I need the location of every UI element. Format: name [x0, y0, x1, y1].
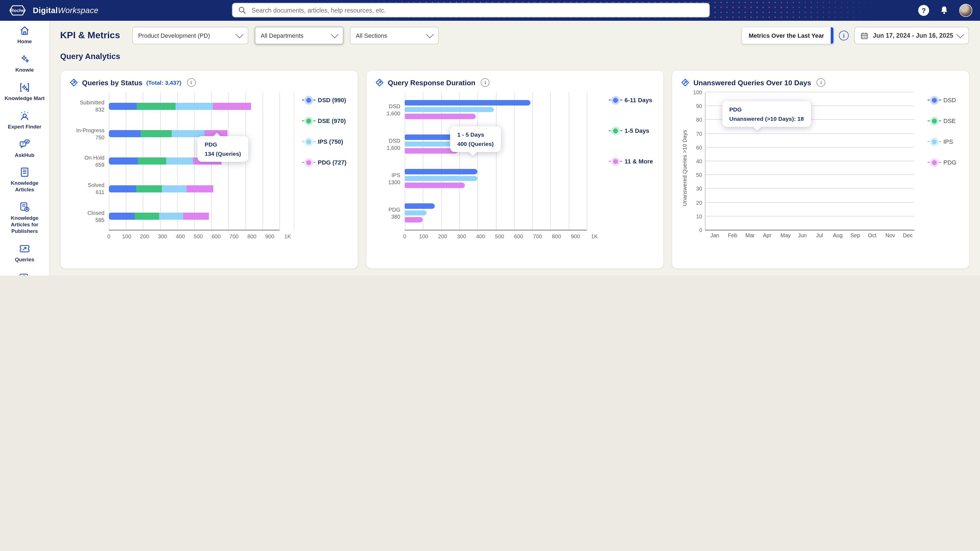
svg-text:Roche: Roche: [10, 8, 25, 13]
departments-dropdown[interactable]: All Departments: [255, 27, 343, 44]
knowledge-mart-icon: [19, 81, 30, 94]
bar-group: [405, 169, 587, 188]
metrics-period-tooltip: Metrics Over the Last Year: [742, 27, 834, 44]
sidebar-item-label: Knowledge Mart: [5, 95, 45, 102]
queries-ticket-icon: [19, 243, 30, 255]
chart-body: DSD1,600DSD1,600IPS1300PDG3801 - 5 Days4…: [375, 92, 655, 243]
chart-title: Query Response Duration: [388, 78, 476, 87]
chart-kite-icon: [681, 78, 690, 87]
chart-card-query-response-duration: Query Response DurationiDSD1,600DSD1,600…: [366, 70, 664, 269]
sidebar-item-knowledge-articles[interactable]: Knowledge Articles: [0, 163, 49, 198]
knowledge-articles-icon: [19, 167, 30, 178]
axis-category-labels: DSD1,600DSD1,600IPS1300PDG380: [375, 92, 405, 230]
top-navigation-bar: Roche DigitalWorkspace ?: [0, 0, 980, 21]
chart-kite-icon: [70, 78, 78, 87]
help-icon[interactable]: ?: [918, 5, 929, 16]
legend-dot-icon: [613, 159, 618, 164]
legend-item: PDG: [928, 159, 960, 166]
legend-item: DSE: [928, 118, 960, 124]
chart-plot-area: PDG134 (Queries): [109, 92, 280, 230]
chart-body: Submitted832In-Progress750On Hold659Solv…: [70, 92, 349, 243]
knowledge-articles-publishers-icon: [19, 201, 30, 213]
sections-dropdown[interactable]: All Sections: [350, 27, 438, 44]
legend-item: PDG (727): [302, 159, 349, 166]
app-root: Roche DigitalWorkspace ? HomeKnowieKnowl…: [0, 0, 980, 275]
legend-dot-icon: [932, 160, 937, 165]
chart-tooltip: 1 - 5 Days400 (Queries): [450, 126, 501, 152]
x-axis: 01002003004005006007008009001K: [405, 230, 595, 243]
legend-item: 11 & More: [609, 158, 655, 165]
chart-card-queries-by-status: Queries by Status(Total: 3,437)iSubmitte…: [60, 70, 358, 269]
sidebar-item-label: Home: [18, 38, 32, 45]
sidebar-item-home[interactable]: Home: [0, 21, 49, 49]
user-avatar[interactable]: [959, 4, 972, 17]
chevron-down-icon: [331, 30, 338, 38]
chart-legend: DSDDSEIPSPDG: [920, 92, 960, 243]
sidebar-item-queries-for-agent[interactable]: Queries for Agent: [0, 267, 49, 275]
legend-item: IPS: [928, 138, 960, 145]
askhub-chat-icon: ?: [19, 138, 30, 150]
stacked-bar: [109, 158, 280, 165]
legend-dot-icon: [306, 139, 311, 144]
organization-dropdown[interactable]: Product Development (PD): [132, 27, 248, 44]
legend-item: 6-11 Days: [609, 97, 655, 103]
info-icon[interactable]: i: [817, 78, 826, 87]
chart-legend: 6-11 Days1-5 Days11 & More: [601, 92, 655, 230]
notifications-bell-icon[interactable]: [939, 5, 950, 16]
chart-plot-area: 1 - 5 Days400 (Queries): [405, 92, 587, 230]
sidebar-item-label: Expert Finder: [8, 123, 41, 130]
chart-title: Unanswered Queries Over 10 Days: [694, 78, 811, 87]
app-title: DigitalWorkspace: [33, 6, 99, 15]
x-axis: 01002003004005006007008009001K: [109, 230, 288, 243]
sidebar-item-knowledge-articles-for-publishers[interactable]: Knowledge Articles for Publishers: [0, 197, 49, 238]
legend-item: DSD (990): [302, 97, 349, 103]
info-icon[interactable]: i: [839, 30, 849, 40]
legend-dot-icon: [306, 118, 311, 123]
chart-tooltip: PDG134 (Queries): [197, 136, 248, 162]
sidebar-item-knowledge-mart[interactable]: Knowledge Mart: [0, 78, 49, 106]
search-input[interactable]: [250, 6, 704, 14]
global-search[interactable]: [232, 3, 710, 17]
chart-tooltip: PDGUnanswered (>10 Days): 18: [722, 101, 811, 127]
date-range-picker[interactable]: Jun 17, 2024 - Jun 16, 2025: [854, 27, 969, 44]
axis-category-labels: Submitted832In-Progress750On Hold659Solv…: [70, 92, 109, 230]
chart-title-total: (Total: 3,437): [146, 79, 181, 86]
knowie-sparkles-icon: [19, 53, 30, 65]
sidebar-item-knowie[interactable]: Knowie: [0, 49, 49, 78]
legend-dot-icon: [932, 139, 937, 144]
legend-item: DSE (970): [302, 118, 349, 124]
chevron-down-icon: [426, 30, 433, 38]
section-title: Query Analytics: [49, 44, 980, 61]
legend-item: IPS (750): [302, 138, 349, 145]
sidebar-item-queries[interactable]: Queries: [0, 239, 49, 267]
legend-dot-icon: [932, 118, 937, 123]
info-icon[interactable]: i: [187, 78, 196, 87]
sidebar-item-expert-finder[interactable]: Expert Finder: [0, 106, 49, 134]
sidebar-item-label: Knowie: [15, 67, 34, 73]
page-title: KPI & Metrics: [60, 30, 120, 41]
info-icon[interactable]: i: [481, 78, 490, 87]
chevron-down-icon: [235, 30, 243, 38]
sidebar-item-label: Knowledge Articles: [2, 180, 47, 193]
sidebar-item-label: Queries: [15, 256, 35, 263]
search-icon: [238, 6, 246, 14]
chart-card-unanswered-queries-over-10-days: Unanswered Queries Over 10 DaysiUnanswer…: [671, 70, 970, 269]
main-content: KPI & Metrics Product Development (PD) A…: [49, 21, 980, 275]
chart-body: Unanswered Queries >10 Days0102030504060…: [681, 92, 960, 243]
legend-dot-icon: [613, 128, 618, 133]
queries-agent-icon: [19, 271, 30, 275]
sidebar-item-label: Knowledge Articles for Publishers: [2, 215, 47, 234]
legend-dot-icon: [306, 160, 311, 165]
legend-item: 1-5 Days: [609, 127, 655, 134]
bar-group: [405, 203, 587, 222]
y-axis-title: Unanswered Queries >10 Days: [681, 92, 689, 243]
svg-text:?: ?: [22, 141, 24, 145]
brand[interactable]: Roche DigitalWorkspace: [6, 5, 99, 16]
roche-logo-icon: Roche: [6, 5, 29, 16]
legend-dot-icon: [306, 98, 311, 103]
chart-legend: DSD (990)DSE (970)IPS (750)PDG (727): [294, 92, 349, 230]
sidebar-item-askhub[interactable]: ?AskHub: [0, 134, 49, 163]
chart-kite-icon: [375, 78, 384, 87]
legend-item: DSD: [928, 97, 960, 103]
chevron-down-icon: [956, 30, 964, 38]
